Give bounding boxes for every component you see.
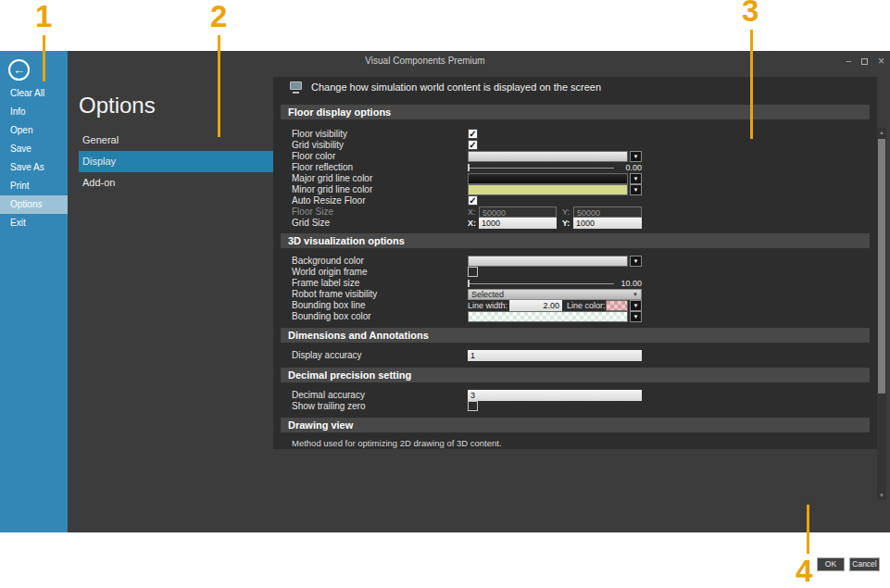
dropdown-arrow-icon[interactable]: ▼: [630, 173, 642, 184]
combobox-value: Selected: [471, 290, 504, 299]
minimize-icon[interactable]: –: [846, 55, 851, 68]
color-swatch: [468, 151, 628, 162]
menu-item-exit[interactable]: Exit: [0, 214, 68, 232]
setting-label: Grid Size: [292, 218, 330, 229]
setting-row: Major grid line color ▼: [292, 173, 859, 184]
menu-item-save[interactable]: Save: [0, 140, 68, 158]
decimal-accuracy-field[interactable]: 3: [468, 390, 642, 401]
section-header-dimensions: Dimensions and Annotations: [281, 328, 870, 343]
line-color-swatch[interactable]: [606, 300, 628, 311]
scrollbar-thumb[interactable]: [878, 139, 885, 394]
setting-label: Decimal accuracy: [292, 390, 365, 401]
backstage-sidebar: ← Clear All Info Open Save Save As Print…: [0, 51, 68, 532]
setting-row: Floor Size X: 50000 Y: 50000: [292, 206, 859, 218]
line-width-field[interactable]: 2.00: [509, 300, 562, 311]
callout-line-3: [750, 30, 753, 139]
options-nav-panel: Options General Display Add-on: [68, 51, 273, 532]
setting-label: Auto Resize Floor: [292, 195, 365, 206]
menu-item-open[interactable]: Open: [0, 121, 68, 140]
scroll-up-icon[interactable]: ▲: [877, 130, 886, 135]
x-label: X:: [468, 206, 476, 218]
callout-number-1: 1: [35, 0, 52, 33]
setting-label: Minor grid line color: [292, 184, 372, 195]
setting-label: World origin frame: [292, 267, 368, 278]
close-icon[interactable]: ×: [878, 55, 884, 68]
cancel-button[interactable]: Cancel: [849, 557, 880, 571]
setting-row: Show trailing zero: [292, 401, 859, 412]
show-trailing-zero-checkbox[interactable]: [468, 401, 478, 411]
slider-thumb[interactable]: [468, 280, 470, 287]
setting-row: Minor grid line color ▼: [292, 184, 859, 195]
menu-item-options[interactable]: Options: [0, 195, 68, 214]
frame-label-size-slider[interactable]: 10.00: [468, 278, 642, 289]
dropdown-arrow-icon[interactable]: ▼: [630, 300, 642, 311]
callout-line-1: [43, 35, 45, 81]
dropdown-arrow-icon[interactable]: ▼: [630, 184, 642, 195]
grid-size-x-field[interactable]: 1000: [479, 218, 557, 229]
display-accuracy-field[interactable]: 1: [468, 350, 642, 361]
line-color-label: Line color:: [567, 300, 606, 311]
tab-add-on[interactable]: Add-on: [79, 172, 273, 194]
content-scrollbar[interactable]: ▲ ▼: [877, 128, 886, 500]
setting-row: World origin frame: [292, 267, 859, 278]
auto-resize-floor-checkbox[interactable]: ✓: [468, 195, 478, 206]
setting-label: Major grid line color: [292, 173, 372, 184]
bounding-box-color-dropdown[interactable]: ▼: [468, 311, 642, 322]
setting-row: Grid Size X: 1000 Y: 1000: [292, 218, 859, 229]
setting-row: Background color ▼: [292, 256, 859, 267]
callout-number-4: 4: [796, 555, 812, 588]
setting-label: Frame label size: [292, 278, 359, 289]
backstage-menu: Clear All Info Open Save Save As Print O…: [0, 84, 68, 232]
floor-size-y-field: 50000: [573, 206, 642, 218]
menu-item-clear-all[interactable]: Clear All: [0, 84, 68, 103]
setting-label: Bounding box color: [292, 311, 371, 322]
menu-item-print[interactable]: Print: [0, 177, 68, 195]
section-header-decimal-precision: Decimal precision setting: [281, 368, 870, 382]
panel-description-text: Change how simulation world content is d…: [311, 81, 601, 94]
floor-reflection-slider[interactable]: 0.00: [468, 162, 642, 173]
setting-label: Floor reflection: [292, 162, 353, 173]
options-tabs: General Display Add-on: [79, 130, 273, 194]
settings-panel: Change how simulation world content is d…: [273, 77, 877, 449]
floor-size-x-field: 50000: [479, 206, 557, 218]
section-header-floor-display: Floor display options: [281, 105, 870, 119]
callout-number-3: 3: [742, 0, 758, 28]
menu-item-info[interactable]: Info: [0, 103, 68, 121]
back-arrow-icon: ←: [13, 63, 25, 77]
section-header-drawing-view: Drawing view: [281, 418, 870, 432]
dropdown-arrow-icon[interactable]: ▼: [630, 151, 642, 162]
scroll-down-icon[interactable]: ▼: [877, 493, 886, 498]
page-title: Options: [79, 93, 156, 119]
x-label: X:: [468, 218, 476, 229]
dropdown-arrow-icon[interactable]: ▼: [630, 311, 642, 322]
floor-visibility-checkbox[interactable]: ✓: [468, 129, 478, 139]
slider-thumb[interactable]: [468, 164, 470, 171]
ok-button[interactable]: OK: [817, 557, 845, 571]
restore-icon[interactable]: [861, 58, 868, 65]
setting-row: Bounding box line Line width: 2.00 Line …: [292, 300, 859, 311]
background-color-dropdown[interactable]: ▼: [468, 256, 642, 267]
callout-line-2: [218, 35, 220, 137]
grid-size-y-field[interactable]: 1000: [573, 218, 642, 229]
grid-visibility-checkbox[interactable]: ✓: [468, 140, 478, 150]
tab-general[interactable]: General: [79, 130, 273, 151]
tab-display[interactable]: Display: [79, 151, 273, 172]
setting-label: Floor Size: [292, 206, 333, 218]
slider-track: [468, 283, 614, 284]
slider-track: [468, 168, 614, 169]
setting-row: Grid visibility ✓: [292, 140, 859, 151]
setting-row: Floor visibility ✓: [292, 129, 859, 140]
minor-grid-line-color-dropdown[interactable]: ▼: [468, 184, 642, 195]
floor-color-dropdown[interactable]: ▼: [468, 151, 642, 162]
menu-item-save-as[interactable]: Save As: [0, 158, 68, 177]
screen: Visual Components Premium – × ← Clear Al…: [0, 0, 890, 588]
setting-label: Floor color: [292, 151, 335, 162]
setting-label: Bounding box line: [292, 300, 366, 311]
back-button[interactable]: ←: [8, 59, 30, 81]
dropdown-arrow-icon[interactable]: ▼: [630, 256, 642, 267]
slider-value: 10.00: [616, 278, 642, 289]
setting-row: Floor color ▼: [292, 151, 859, 162]
world-origin-frame-checkbox[interactable]: [468, 267, 478, 277]
major-grid-line-color-dropdown[interactable]: ▼: [468, 173, 642, 184]
robot-frame-visibility-select[interactable]: Selected ▼: [468, 289, 642, 300]
